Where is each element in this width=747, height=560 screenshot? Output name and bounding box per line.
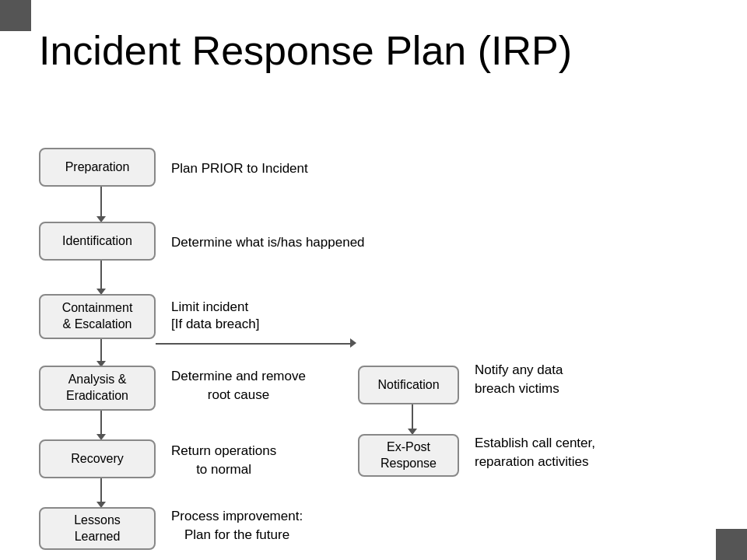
box-notification: Notification: [358, 366, 459, 404]
arrow-containment-right-head: [350, 338, 356, 348]
corner-decoration-tl: [0, 0, 31, 31]
box-analysis: Analysis & Eradication: [39, 366, 156, 411]
box-identification-label: Identification: [62, 233, 132, 250]
desc-recovery-text: Return operations to normal: [171, 443, 276, 477]
corner-decoration-br: [716, 529, 747, 560]
arrow-recovery-to-lessons: [96, 478, 106, 508]
arrow-prep-to-ident: [96, 187, 106, 222]
box-recovery-label: Recovery: [71, 451, 124, 467]
desc-lessons-text: Process improvement: Plan for the future: [171, 509, 303, 542]
desc-notification-text: Notify any data breach victims: [475, 362, 563, 396]
desc-preparation-text: Plan PRIOR to Incident: [171, 161, 308, 176]
box-identification: Identification: [39, 222, 156, 261]
desc-containment2-text: [If data breach]: [171, 317, 259, 331]
box-analysis-label: Analysis & Eradication: [66, 372, 128, 404]
box-expost: Ex-Post Response: [358, 434, 459, 477]
desc-analysis: Determine and remove root cause: [171, 367, 306, 404]
arrow-containment-right-line: [156, 343, 352, 345]
desc-containment1: Limit incident: [171, 298, 248, 317]
page-title: Incident Response Plan (IRP): [39, 27, 572, 74]
desc-preparation: Plan PRIOR to Incident: [171, 159, 308, 178]
desc-containment2: [If data breach]: [171, 315, 259, 334]
box-preparation: Preparation: [39, 148, 156, 187]
box-containment-label: Containment & Escalation: [62, 300, 133, 333]
desc-expost-text: Establish call center, reparation activi…: [475, 436, 595, 469]
desc-analysis-text: Determine and remove root cause: [171, 369, 306, 402]
desc-notification: Notify any data breach victims: [475, 361, 563, 398]
box-lessons-label: Lessons Learned: [74, 513, 121, 545]
desc-recovery: Return operations to normal: [171, 442, 276, 479]
box-recovery: Recovery: [39, 439, 156, 478]
desc-expost: Establish call center, reparation activi…: [475, 434, 595, 471]
arrow-ident-to-contain: [96, 261, 106, 295]
box-preparation-label: Preparation: [65, 159, 130, 176]
desc-identification-text: Determine what is/has happened: [171, 235, 365, 250]
box-lessons: Lessons Learned: [39, 507, 156, 550]
box-expost-label: Ex-Post Response: [381, 439, 437, 472]
box-containment: Containment & Escalation: [39, 294, 156, 339]
arrow-notif-to-expost: [408, 404, 417, 435]
box-notification-label: Notification: [377, 377, 439, 394]
desc-lessons: Process improvement: Plan for the future: [171, 507, 303, 544]
arrow-analysis-to-recovery: [96, 411, 106, 440]
desc-identification: Determine what is/has happened: [171, 233, 365, 252]
desc-containment1-text: Limit incident: [171, 299, 248, 314]
arrow-contain-to-analysis: [96, 339, 106, 367]
